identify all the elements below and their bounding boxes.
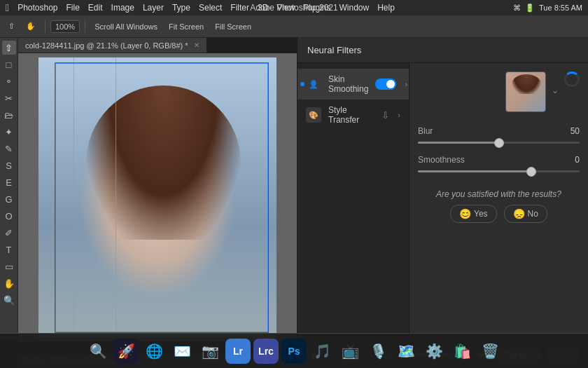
dock-podcasts-icon[interactable]: 🎙️ [365,339,391,364]
dock-photoshop-icon[interactable]: Ps [281,339,307,364]
preview-area: ⌄ [418,71,580,118]
dock-mail-icon[interactable]: ✉️ [169,339,195,364]
satisfaction-question: Are you satisfied with the results? [436,189,561,199]
left-tool-panel: ⇧ □ ⚬ ✂ 🗁 ✦ ✎ S E G O ✐ T ▭ ✋ 🔍 [0,38,18,340]
loading-spinner [564,71,580,87]
smoothness-label-row: Smoothness 0 [418,155,580,165]
smoothness-value: 0 [575,155,580,165]
blur-value: 50 [570,126,580,136]
menu-bar:  Photoshop File Edit Image Layer Type S… [0,0,588,15]
scroll-all-windows-btn[interactable]: Scroll All Windows [90,21,162,32]
menu-select[interactable]: Select [199,3,222,13]
fit-screen-btn[interactable]: Fit Screen [164,21,208,32]
move-tool-btn[interactable]: ⇧ [4,20,19,32]
dock-appletv-icon[interactable]: 📺 [337,339,363,364]
doc-tab-close-btn[interactable]: ✕ [194,41,200,49]
menu-filter[interactable]: Filter [230,3,249,13]
dock-trash-icon[interactable]: 🗑️ [477,339,503,364]
gradient-tool-icon[interactable]: G [2,192,16,206]
smoothness-slider-track[interactable] [418,170,580,172]
satisfaction-section: Are you satisfied with the results? 😊 Ye… [418,189,580,223]
battery-icon: 🔋 [525,4,535,13]
menu-photoshop[interactable]: Photoshop [18,3,57,13]
dock-photos-icon[interactable]: 📷 [197,339,223,364]
filter-active-dot [300,82,304,86]
menu-bar-right: ⌘ 🔋 Tue 8:55 AM [513,4,582,13]
toggle-knob [386,80,395,88]
dock-lightroom-classic-icon[interactable]: Lrc [253,339,279,364]
lasso-tool-icon[interactable]: ⚬ [2,74,16,88]
zoom-tool-icon[interactable]: 🔍 [2,293,16,307]
toolbar-separator-1 [45,20,46,33]
pen-tool-icon[interactable]: ✐ [2,226,16,240]
filter-style-transfer[interactable]: 🎨 Style Transfer ⇩ › [298,100,409,130]
dock-lightroom-icon[interactable]: Lr [225,339,251,364]
app-title: Adobe Photoshop 2021 [250,3,337,13]
menu-type[interactable]: Type [172,3,190,13]
canvas-document [38,57,276,338]
no-button[interactable]: 😞 No [504,205,547,223]
dock-itunes-icon[interactable]: 🎵 [309,339,335,364]
blur-slider-row: Blur 50 [418,126,580,146]
toolbar: ⇧ ✋ 100% Scroll All Windows Fit Screen F… [0,15,588,38]
apple-logo-icon[interactable]:  [6,2,9,13]
skin-smoothing-icon: 👤 [306,76,321,92]
style-transfer-download-icon[interactable]: ⇩ [382,110,389,121]
clock: Tue 8:55 AM [539,4,582,12]
no-icon: 😞 [513,208,525,219]
blur-label: Blur [418,126,433,136]
preview-chevron-icon[interactable]: ⌄ [552,86,559,95]
dock-maps-icon[interactable]: 🗺️ [393,339,419,364]
dock-finder-icon[interactable]: 🔍 [85,339,111,364]
eraser-tool-icon[interactable]: E [2,175,16,189]
style-transfer-chevron-icon[interactable]: › [398,111,400,119]
menu-image[interactable]: Image [111,3,134,13]
healing-tool-icon[interactable]: ✦ [2,125,16,139]
style-transfer-icon: 🎨 [306,107,321,123]
eyedropper-tool-icon[interactable]: 🗁 [2,108,16,122]
dock: 🔍 🚀 🌐 ✉️ 📷 Lr Lrc Ps 🎵 📺 🎙️ 🗺️ ⚙️ 🛍️ 🗑️ [0,333,588,368]
brush-tool-icon[interactable]: ✎ [2,142,16,156]
menu-layer[interactable]: Layer [143,3,164,13]
dock-system-prefs-icon[interactable]: ⚙️ [421,339,447,364]
blur-slider-track[interactable] [418,142,580,144]
neural-filters-panel: Neural Filters 👤 Skin Smoothing › 🎨 Styl… [297,38,588,368]
dock-launchpad-icon[interactable]: 🚀 [113,339,139,364]
menu-help[interactable]: Help [377,3,395,13]
document-tab[interactable]: cold-1284411.jpg @ 21.1% (Layer 0, RGB/8… [18,38,206,53]
crop-tool-icon[interactable]: ✂ [2,91,16,105]
dock-app-store-icon[interactable]: 🛍️ [449,339,475,364]
shape-tool-icon[interactable]: ▭ [2,259,16,273]
smoothness-slider-fill [418,170,531,172]
skin-smoothing-toggle[interactable] [375,79,396,90]
text-tool-icon[interactable]: T [2,243,16,257]
dock-chrome-icon[interactable]: 🌐 [141,339,167,364]
blur-slider-thumb[interactable] [494,138,504,148]
smoothness-slider-thumb[interactable] [526,167,536,177]
blur-slider-fill [418,142,499,144]
yes-button[interactable]: 😊 Yes [450,205,497,223]
menu-window[interactable]: Window [339,3,369,13]
document-image [38,57,276,338]
blur-label-row: Blur 50 [418,126,580,136]
style-transfer-label: Style Transfer [328,105,374,125]
hand-tool-icon[interactable]: ✋ [2,276,16,290]
smoothness-slider-row: Smoothness 0 [418,155,580,175]
no-label: No [528,209,538,219]
menu-edit[interactable]: Edit [88,3,103,13]
hand-tool-btn[interactable]: ✋ [22,20,40,32]
smoothness-label: Smoothness [418,155,465,165]
menu-file[interactable]: File [66,3,80,13]
toolbar-separator-2 [85,20,85,33]
move-tool-icon[interactable]: ⇧ [2,41,16,55]
dodge-tool-icon[interactable]: O [2,209,16,223]
filter-skin-smoothing[interactable]: 👤 Skin Smoothing › [298,69,409,100]
yes-label: Yes [474,209,488,219]
zoom-value: 100% [50,20,80,33]
skin-smoothing-chevron-icon[interactable]: › [405,80,407,88]
rectangle-select-tool-icon[interactable]: □ [2,57,16,71]
clone-stamp-tool-icon[interactable]: S [2,158,16,172]
fill-screen-btn[interactable]: Fill Screen [211,21,255,32]
neural-filters-list: 👤 Skin Smoothing › 🎨 Style Transfer ⇩ › [298,63,410,340]
yes-icon: 😊 [459,208,471,219]
